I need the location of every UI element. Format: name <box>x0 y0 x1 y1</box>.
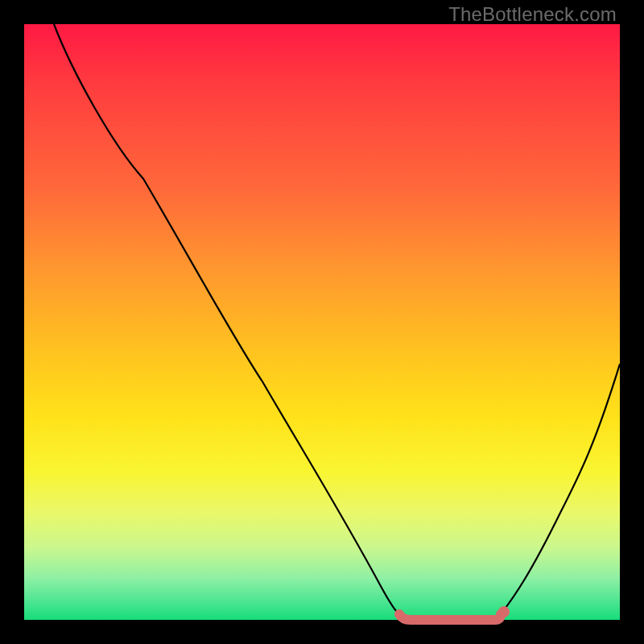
watermark-text: TheBottleneck.com <box>448 3 617 26</box>
bottleneck-curve <box>54 24 620 620</box>
chart-overlay <box>24 24 620 620</box>
chart-frame: TheBottleneck.com <box>0 0 644 644</box>
optimal-range-end-dot <box>498 606 510 617</box>
optimal-range-marker <box>399 614 501 620</box>
